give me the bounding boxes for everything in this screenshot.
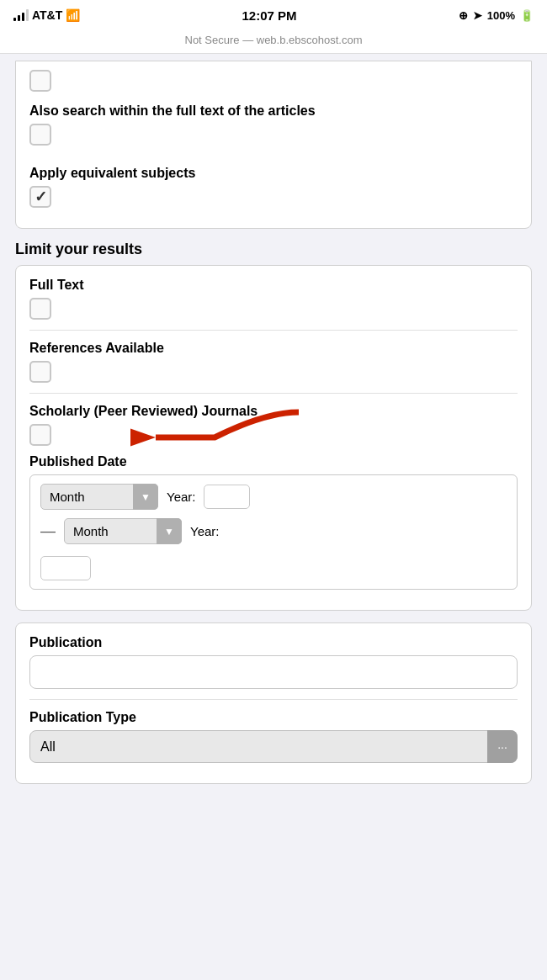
top-partial-card: Also search within the full text of the … <box>15 61 532 229</box>
full-text-checkbox[interactable] <box>29 298 51 320</box>
publication-input[interactable] <box>29 655 518 689</box>
end-date-row: — Month January February March April May… <box>40 518 507 544</box>
apply-equiv-row: Apply equivalent subjects <box>29 166 518 208</box>
page-content: Also search within the full text of the … <box>0 61 547 813</box>
full-text-checkbox-wrap <box>29 298 518 320</box>
end-month-wrap: Month January February March April May J… <box>64 518 182 544</box>
start-month-wrap: Month January February March April May J… <box>40 484 158 510</box>
published-date-row: Published Date Month January February Ma… <box>29 454 518 590</box>
url-bar: Not Secure — web.b.ebscohost.com <box>0 30 547 54</box>
references-row: References Available <box>29 341 518 383</box>
scholarly-row-wrap: Scholarly (Peer Reviewed) Journals <box>29 404 518 446</box>
divider-1 <box>29 330 518 331</box>
publication-label: Publication <box>29 635 518 650</box>
references-label: References Available <box>29 341 518 356</box>
end-year-label: Year: <box>190 524 219 538</box>
divider-pub <box>29 699 518 700</box>
navigation-icon: ➤ <box>473 9 482 22</box>
publication-type-select[interactable]: All Academic Journals Books Conference M… <box>29 730 518 763</box>
divider-2 <box>29 393 518 394</box>
status-bar: AT&T 📶 12:07 PM ⊕ ➤ 100% 🔋 <box>0 0 547 30</box>
status-left: AT&T 📶 <box>13 8 80 22</box>
limit-card: Full Text References Available Scholarly… <box>15 265 532 611</box>
end-month-select[interactable]: Month January February March April May J… <box>64 518 182 544</box>
top-checkbox-row <box>29 70 518 92</box>
battery-percent: 100% <box>487 9 515 22</box>
scholarly-checkbox[interactable] <box>29 424 51 446</box>
references-checkbox-wrap <box>29 361 518 383</box>
publication-type-label: Publication Type <box>29 710 518 725</box>
top-checkbox[interactable] <box>29 70 51 92</box>
location-icon: ⊕ <box>459 9 468 22</box>
scholarly-checkbox-wrap <box>29 424 518 446</box>
publication-type-row: Publication Type All Academic Journals B… <box>29 710 518 763</box>
start-date-row: Month January February March April May J… <box>40 484 507 510</box>
scholarly-label: Scholarly (Peer Reviewed) Journals <box>29 404 518 419</box>
carrier-label: AT&T <box>32 8 62 22</box>
also-search-label: Also search within the full text of the … <box>29 103 518 119</box>
end-year-input[interactable] <box>40 556 91 580</box>
url-text: Not Secure — web.b.ebscohost.com <box>185 34 363 46</box>
published-date-box: Month January February March April May J… <box>29 474 518 590</box>
apply-equiv-checkbox-wrap <box>29 186 518 208</box>
apply-equiv-checkbox[interactable] <box>29 186 51 208</box>
full-text-row: Full Text <box>29 278 518 320</box>
limit-section-title: Limit your results <box>15 241 532 258</box>
also-search-checkbox-wrap <box>29 124 518 146</box>
publication-card: Publication Publication Type All Academi… <box>15 622 532 784</box>
signal-bars-icon <box>13 9 29 21</box>
published-date-label: Published Date <box>29 454 518 469</box>
scholarly-row: Scholarly (Peer Reviewed) Journals <box>29 404 518 446</box>
apply-equiv-label: Apply equivalent subjects <box>29 166 518 181</box>
start-month-select[interactable]: Month January February March April May J… <box>40 484 158 510</box>
also-search-row: Also search within the full text of the … <box>29 103 518 146</box>
start-year-input[interactable] <box>204 485 250 509</box>
also-search-checkbox[interactable] <box>29 124 51 146</box>
end-year-input-row <box>40 553 507 580</box>
publication-row: Publication <box>29 635 518 689</box>
status-right: ⊕ ➤ 100% 🔋 <box>459 9 534 22</box>
references-checkbox[interactable] <box>29 361 51 383</box>
battery-icon: 🔋 <box>520 9 534 22</box>
dash-label: — <box>40 522 56 540</box>
publication-type-select-wrap: All Academic Journals Books Conference M… <box>29 730 518 763</box>
start-year-label: Year: <box>167 490 195 504</box>
status-time: 12:07 PM <box>242 8 297 23</box>
wifi-icon: 📶 <box>66 8 80 22</box>
full-text-label: Full Text <box>29 278 518 293</box>
